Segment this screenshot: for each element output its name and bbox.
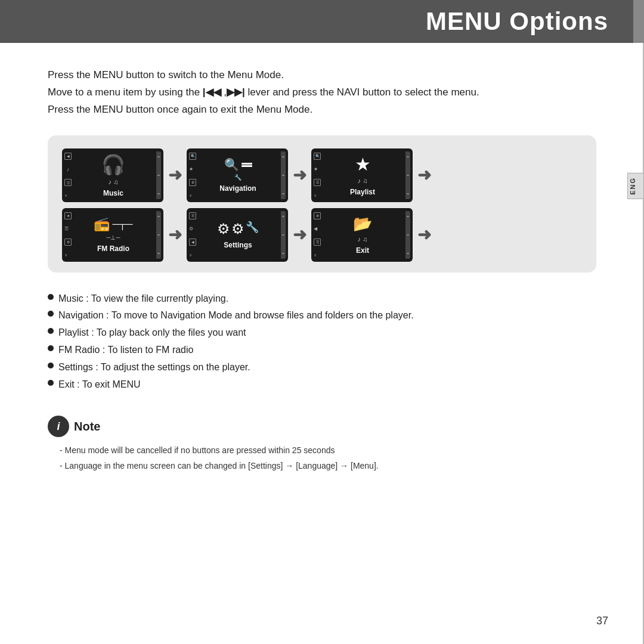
intro-line1: Press the MENU button to switch to the M… (48, 67, 596, 84)
exit-side-icons: ⚙ ◀ ☰ ∨ (314, 211, 321, 259)
settings-icon-mid: ⚙ (189, 226, 196, 231)
menu-item-navigation: 🔍 ★ ⚙ ∨ 🔍 🔧 (187, 148, 288, 202)
fmradio-icon-top: ★ (64, 212, 72, 219)
exit-center: 📂 ♪ ♫ Exit (321, 215, 404, 255)
settings-icon-top: ☰ (189, 212, 196, 219)
settings-arrow-down: ∨ (189, 253, 196, 258)
exit-sub-icons: ♪ ♫ (358, 236, 368, 243)
menu-item-music: ◀ ♪ ☰ ∨ 🎧 ♪ ♫ Music (62, 148, 163, 202)
music-main-icon: 🎧 (101, 153, 125, 176)
exit-icon-bot: ☰ (314, 239, 321, 246)
music-center: 🎧 ♪ ♫ Music (72, 153, 155, 197)
note-icon-symbol: i (57, 420, 60, 433)
bullet-dot-navigation (48, 311, 54, 317)
playlist-center: ★ ♪ ♫ Playlist (321, 154, 404, 196)
bullet-dot-playlist (48, 328, 54, 334)
playlist-label: Playlist (350, 188, 375, 196)
list-item-playlist: Playlist : To play back only the files y… (48, 324, 596, 342)
menu-item-exit: ⚙ ◀ ☰ ∨ 📂 ♪ ♫ Exit (311, 208, 413, 262)
music-label: Music (103, 189, 123, 197)
note-line-1: - Menu mode will be cancelled if no butt… (60, 443, 596, 458)
intro-line3: Press the MENU button once again to exit… (48, 101, 596, 119)
fmradio-right-bar (156, 211, 161, 259)
music-icon-bot: ☰ (64, 179, 72, 186)
exit-main-icon: 📂 (353, 215, 372, 233)
fmradio-center: 📻 ─┬─ ─⊥─ FM Radio (72, 216, 155, 253)
fmradio-side-icons: ★ ☰ ⚙ ∨ (64, 211, 72, 259)
page-title: MENU Options (426, 7, 644, 36)
arrow-5: ➜ (293, 225, 306, 244)
fmradio-sub: ─⊥─ (106, 234, 120, 241)
fmradio-icon-mid: ☰ (64, 226, 72, 231)
nav-icon-bot: ⚙ (189, 179, 196, 186)
exit-icon-mid: ◀ (314, 226, 321, 231)
settings-right-bar (281, 211, 286, 259)
music-side-icons: ◀ ♪ ☰ ∨ (64, 151, 72, 199)
main-content: Press the MENU button to switch to the M… (0, 43, 644, 491)
playlist-right-bar (405, 151, 410, 199)
note-section: i Note - Menu mode will be cancelled if … (48, 410, 596, 473)
nav-sub-icon: 🔧 (234, 174, 242, 181)
bullet-dot-settings (48, 363, 54, 369)
playlist-side-icons: 🔍 ★ ☰ ∨ (314, 151, 321, 199)
settings-main-icons: ⚙⚙🔧 (217, 221, 259, 237)
nav-icon-top1: 🔍 (189, 153, 196, 160)
arrow-6: ➜ (417, 225, 431, 244)
music-icon-mid: ♪ (64, 166, 72, 172)
list-item-settings: Settings : To adjust the settings on the… (48, 359, 596, 376)
playlist-icon-mid: ★ (314, 166, 321, 172)
list-item-navigation: Navigation : To move to Navigation Mode … (48, 307, 596, 324)
list-item-music: Music : To view the file currently playi… (48, 290, 596, 308)
bullet-dot-music (48, 294, 54, 300)
fmradio-main-icons: 📻 ─┬─ (94, 216, 132, 232)
playlist-icon-top: 🔍 (314, 153, 321, 160)
music-sub-icons: ♪ ♫ (109, 178, 119, 185)
eng-label: ENG (629, 177, 636, 195)
header-bar (633, 0, 644, 43)
arrow-3: ➜ (417, 165, 431, 185)
intro-text: Press the MENU button to switch to the M… (48, 67, 596, 119)
exit-label: Exit (356, 246, 369, 255)
language-tab: ENG (627, 173, 644, 199)
list-item-fmradio: FM Radio : To listen to FM radio (48, 342, 596, 359)
fmradio-icon-bot: ⚙ (64, 239, 72, 246)
nav-side-icons: 🔍 ★ ⚙ ∨ (189, 151, 196, 199)
page-number: 37 (596, 615, 608, 627)
nav-icon-mid: ★ (189, 166, 196, 172)
exit-icon-top: ⚙ (314, 212, 321, 219)
intro-line2: Move to a menu item by using the |◀◀ ,▶▶… (48, 84, 596, 101)
settings-side-icons: ☰ ⚙ ◀ ∨ (189, 211, 196, 259)
page-header: MENU Options (0, 0, 644, 43)
music-right-bar (156, 151, 161, 199)
nav-center: 🔍 🔧 Navigation (196, 157, 280, 193)
menu-item-playlist: 🔍 ★ ☰ ∨ ★ ♪ ♫ Playlist (311, 148, 413, 202)
fmradio-label: FM Radio (97, 244, 129, 253)
bullet-dot-fmradio (48, 345, 54, 351)
arrow-4: ➜ (168, 225, 182, 244)
note-header: i Note (48, 416, 596, 437)
exit-right-bar (405, 211, 410, 259)
playlist-main-icon: ★ (355, 154, 371, 175)
nav-right-bar (281, 151, 286, 199)
menu-item-fmradio: ★ ☰ ⚙ ∨ 📻 ─┬─ ─⊥─ FM Radio (62, 208, 163, 262)
nav-label: Navigation (219, 184, 256, 193)
diagram-row-1: ◀ ♪ ☰ ∨ 🎧 ♪ ♫ Music (62, 148, 582, 202)
music-icon-top1: ◀ (64, 153, 72, 160)
feature-list: Music : To view the file currently playi… (48, 290, 596, 394)
settings-icon-bot: ◀ (189, 239, 196, 246)
nav-arrow-down: ∨ (189, 193, 196, 198)
playlist-sub-icons: ♪ ♫ (358, 177, 368, 184)
fmradio-arrow-down: ∨ (64, 253, 72, 258)
list-item-exit: Exit : To exit MENU (48, 376, 596, 394)
playlist-arrow-down: ∨ (314, 193, 321, 198)
note-line-2: - Language in the menu screen can be cha… (60, 459, 596, 473)
note-title: Note (74, 420, 100, 434)
music-arrow-down: ∨ (64, 193, 72, 198)
playlist-icon-bot: ☰ (314, 179, 321, 186)
arrow-2: ➜ (293, 165, 306, 185)
nav-main-icons: 🔍 (224, 157, 252, 172)
settings-label: Settings (224, 241, 252, 249)
settings-center: ⚙⚙🔧 Settings (196, 221, 280, 249)
diagram-row-2: ★ ☰ ⚙ ∨ 📻 ─┬─ ─⊥─ FM Radio (62, 208, 582, 262)
note-icon: i (48, 416, 69, 437)
